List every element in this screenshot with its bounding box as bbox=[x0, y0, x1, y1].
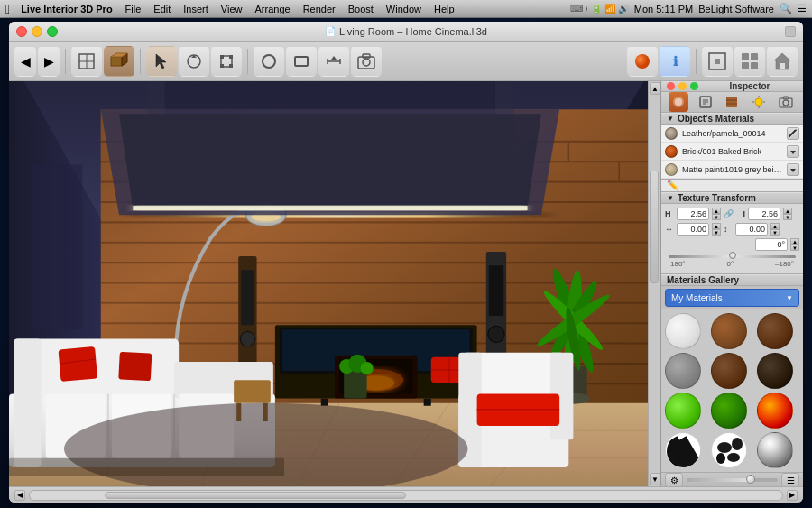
h-stepper: ▲ ▼ bbox=[712, 208, 721, 220]
svg-rect-84 bbox=[424, 399, 431, 406]
layout-btn[interactable] bbox=[734, 46, 765, 77]
scroll-right-btn[interactable]: ▶ bbox=[787, 490, 798, 501]
mat-sphere-9[interactable] bbox=[665, 432, 701, 468]
menu-window[interactable]: Window bbox=[381, 1, 427, 17]
rotation-dec[interactable]: ▼ bbox=[790, 245, 799, 251]
mat-sphere-4[interactable] bbox=[711, 353, 747, 389]
back-btn[interactable]: ◀ bbox=[14, 46, 36, 77]
angle-slider[interactable] bbox=[669, 255, 796, 258]
measure-tool-btn[interactable] bbox=[318, 46, 349, 77]
scroll-down-btn[interactable]: ▼ bbox=[650, 473, 660, 485]
material-0-edit[interactable] bbox=[787, 127, 799, 140]
mat-sphere-8[interactable] bbox=[757, 393, 793, 429]
mat-sphere-1[interactable] bbox=[711, 313, 747, 349]
h-scroll-thumb[interactable] bbox=[105, 492, 406, 499]
mat-sphere-3[interactable] bbox=[665, 353, 701, 389]
link-icon: 🔗 bbox=[724, 209, 734, 218]
svg-point-166 bbox=[727, 453, 740, 462]
mat-sphere-5[interactable] bbox=[757, 353, 793, 389]
material-item-0[interactable]: Leather/pamela_09014 bbox=[661, 125, 803, 143]
home-btn[interactable] bbox=[767, 46, 798, 77]
i-decrement[interactable]: ▼ bbox=[783, 214, 792, 220]
materials-btn[interactable] bbox=[627, 46, 658, 77]
i-increment[interactable]: ▲ bbox=[783, 208, 792, 214]
menu-view[interactable]: View bbox=[216, 1, 248, 17]
circle-tool-btn[interactable] bbox=[254, 46, 284, 77]
rotation-inc[interactable]: ▲ bbox=[790, 238, 799, 245]
window-maximize[interactable] bbox=[47, 26, 58, 37]
mat-sphere-7[interactable] bbox=[711, 393, 747, 429]
window-close[interactable] bbox=[16, 26, 27, 37]
offset-v-inc[interactable]: ▲ bbox=[770, 223, 780, 229]
3d-view-btn[interactable] bbox=[104, 46, 134, 77]
menu-arrange[interactable]: Arrange bbox=[249, 1, 295, 17]
window-minimize[interactable] bbox=[32, 26, 42, 37]
slider-thumb[interactable] bbox=[746, 475, 755, 484]
inspector-maximize[interactable] bbox=[690, 82, 698, 90]
2d-view-btn[interactable] bbox=[702, 46, 733, 77]
inspector-toolbar bbox=[661, 92, 803, 113]
search-icon[interactable]: 🔍 bbox=[780, 3, 792, 14]
scroll-left-btn[interactable]: ◀ bbox=[14, 490, 25, 501]
apple-menu[interactable]:  bbox=[5, 2, 10, 16]
pencil-icon[interactable]: ✏️ bbox=[667, 180, 679, 191]
menu-bar-right: ⌨ ⟩ 🔋 📶 🔊 Mon 5:11 PM BeLight Software 🔍… bbox=[570, 3, 807, 14]
menu-render[interactable]: Render bbox=[298, 1, 341, 17]
i-scale-input[interactable] bbox=[748, 208, 780, 220]
offset-h-inc[interactable]: ▲ bbox=[712, 223, 721, 229]
horizontal-scrollbar[interactable] bbox=[29, 490, 783, 501]
material-item-2[interactable]: Matte paint/1019 grey beige bbox=[661, 161, 803, 179]
mat-sphere-0[interactable] bbox=[665, 313, 701, 349]
inspector-zoom-slider[interactable] bbox=[687, 478, 778, 482]
inspector-settings-btn[interactable]: ⚙ bbox=[665, 473, 683, 486]
viewport[interactable]: ▲ ▼ bbox=[9, 81, 660, 486]
inspector-tab-texture[interactable] bbox=[722, 92, 742, 112]
menu-edit[interactable]: Edit bbox=[148, 1, 176, 17]
angle-slider-thumb[interactable] bbox=[729, 252, 736, 259]
mat-sphere-11[interactable] bbox=[757, 432, 793, 468]
offset-h-dec[interactable]: ▼ bbox=[712, 229, 721, 236]
inspector-list-btn[interactable]: ☰ bbox=[781, 473, 799, 486]
forward-btn[interactable]: ▶ bbox=[38, 46, 60, 77]
select-tool-btn[interactable] bbox=[146, 46, 177, 77]
resize-tool-btn[interactable] bbox=[211, 46, 242, 77]
rotation-input[interactable] bbox=[755, 238, 788, 251]
app-menu-name[interactable]: Live Interior 3D Pro bbox=[15, 1, 117, 17]
inspector-close[interactable] bbox=[667, 82, 675, 90]
list-icon[interactable]: ☰ bbox=[798, 3, 807, 14]
rect-tool-btn[interactable] bbox=[286, 46, 317, 77]
material-2-arrow[interactable] bbox=[787, 163, 799, 176]
mat-sphere-10[interactable] bbox=[711, 432, 747, 468]
menu-boost[interactable]: Boost bbox=[343, 1, 379, 17]
inspector-tab-material[interactable] bbox=[669, 92, 688, 112]
scroll-up-btn[interactable]: ▲ bbox=[650, 82, 660, 95]
mat-sphere-2[interactable] bbox=[757, 313, 793, 349]
camera-tool-btn[interactable] bbox=[351, 46, 382, 77]
menu-insert[interactable]: Insert bbox=[178, 1, 214, 17]
offset-h-input[interactable] bbox=[677, 223, 709, 236]
menu-bar:  Live Interior 3D Pro File Edit Insert … bbox=[0, 0, 812, 18]
material-item-1[interactable]: Brick/001 Baked Brick bbox=[661, 143, 803, 161]
window-resize-btn[interactable] bbox=[785, 26, 796, 37]
viewport-scrollbar-v[interactable]: ▲ ▼ bbox=[648, 81, 660, 486]
info-btn[interactable]: ℹ bbox=[660, 46, 690, 77]
scroll-thumb-v[interactable] bbox=[650, 171, 659, 283]
inspector-tab-camera[interactable] bbox=[776, 92, 796, 112]
offset-v-input[interactable] bbox=[735, 223, 768, 236]
menu-file[interactable]: File bbox=[120, 1, 147, 17]
inspector-tab-object[interactable] bbox=[696, 92, 715, 112]
h-label: H bbox=[665, 209, 674, 218]
svg-rect-121 bbox=[118, 352, 152, 381]
h-scale-input[interactable] bbox=[677, 208, 709, 220]
offset-v-dec[interactable]: ▼ bbox=[770, 229, 780, 236]
rotate-tool-btn[interactable] bbox=[179, 46, 209, 77]
inspector-tab-lighting[interactable] bbox=[749, 92, 769, 112]
floorplan-btn[interactable] bbox=[71, 46, 102, 77]
h-decrement[interactable]: ▼ bbox=[712, 214, 721, 220]
material-1-arrow[interactable] bbox=[787, 145, 799, 158]
menu-help[interactable]: Help bbox=[429, 1, 460, 17]
inspector-minimize[interactable] bbox=[678, 82, 687, 90]
gallery-dropdown[interactable]: My Materials ▼ bbox=[665, 289, 799, 307]
h-increment[interactable]: ▲ bbox=[712, 208, 721, 214]
mat-sphere-6[interactable] bbox=[665, 393, 701, 429]
